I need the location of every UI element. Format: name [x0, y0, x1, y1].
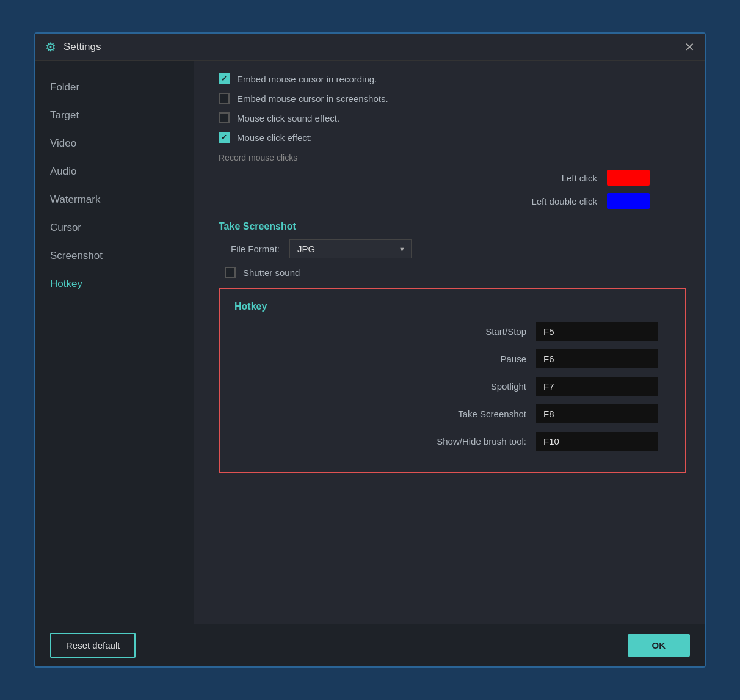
left-click-color[interactable] [607, 170, 650, 186]
hotkey-section: Hotkey Start/Stop Pause Spotlight Take S… [219, 288, 686, 473]
hotkey-pause-row: Pause [234, 349, 670, 368]
screenshot-section-title: Take Screenshot [219, 221, 686, 232]
left-double-click-label: Left double click [518, 196, 597, 206]
sidebar: FolderTargetVideoAudioWatermarkCursorScr… [35, 61, 194, 624]
record-clicks-label: Record mouse clicks [219, 153, 686, 162]
hotkey-screenshot-input[interactable] [536, 404, 658, 423]
close-button[interactable]: ✕ [684, 41, 695, 53]
file-format-select[interactable]: JPG PNG BMP [289, 239, 412, 258]
main-area: FolderTargetVideoAudioWatermarkCursorScr… [35, 61, 705, 624]
hotkey-start-stop-row: Start/Stop [234, 322, 670, 341]
hotkey-section-title: Hotkey [234, 301, 670, 312]
embed-screenshots-label: Embed mouse cursor in screenshots. [237, 93, 388, 104]
embed-recording-checkbox[interactable] [219, 73, 230, 84]
left-click-label: Left click [518, 173, 597, 183]
file-format-label: File Format: [219, 244, 280, 254]
hotkey-brush-input[interactable] [536, 432, 658, 451]
gear-icon: ⚙ [45, 40, 56, 54]
footer: Reset default OK [35, 624, 705, 666]
ok-button[interactable]: OK [628, 634, 691, 657]
shutter-sound-checkbox[interactable] [225, 267, 236, 278]
sidebar-item-cursor[interactable]: Cursor [35, 214, 194, 242]
hotkey-screenshot-label: Take Screenshot [429, 409, 526, 419]
click-sound-label: Mouse click sound effect. [237, 113, 339, 123]
embed-recording-label: Embed mouse cursor in recording. [237, 74, 377, 84]
sidebar-item-folder[interactable]: Folder [35, 73, 194, 101]
sidebar-item-target[interactable]: Target [35, 101, 194, 129]
hotkey-spotlight-row: Spotlight [234, 377, 670, 396]
window-title: Settings [63, 41, 677, 53]
left-double-click-color[interactable] [607, 193, 650, 209]
left-click-row: Left click [219, 170, 686, 186]
sidebar-item-video[interactable]: Video [35, 129, 194, 158]
shutter-sound-row: Shutter sound [225, 267, 686, 278]
click-sound-row: Mouse click sound effect. [219, 112, 686, 123]
sidebar-item-screenshot[interactable]: Screenshot [35, 242, 194, 270]
click-effect-checkbox[interactable] [219, 132, 230, 143]
hotkey-brush-row: Show/Hide brush tool: [234, 432, 670, 451]
sidebar-item-watermark[interactable]: Watermark [35, 186, 194, 214]
left-double-click-row: Left double click [219, 193, 686, 209]
sidebar-item-hotkey[interactable]: Hotkey [35, 270, 194, 298]
title-bar: ⚙ Settings ✕ [35, 34, 705, 61]
embed-screenshots-checkbox[interactable] [219, 93, 230, 104]
sidebar-item-audio[interactable]: Audio [35, 158, 194, 186]
settings-window: ⚙ Settings ✕ FolderTargetVideoAudioWater… [34, 32, 706, 668]
embed-recording-row: Embed mouse cursor in recording. [219, 73, 686, 84]
content-area: Embed mouse cursor in recording. Embed m… [194, 61, 705, 624]
hotkey-pause-label: Pause [429, 354, 526, 364]
click-effect-label: Mouse click effect: [237, 133, 312, 143]
click-sound-checkbox[interactable] [219, 112, 230, 123]
hotkey-spotlight-input[interactable] [536, 377, 658, 396]
hotkey-screenshot-row: Take Screenshot [234, 404, 670, 423]
reset-default-button[interactable]: Reset default [50, 633, 136, 658]
hotkey-start-stop-input[interactable] [536, 322, 658, 341]
hotkey-brush-label: Show/Hide brush tool: [429, 436, 526, 447]
file-format-row: File Format: JPG PNG BMP [219, 239, 686, 258]
file-format-wrapper: JPG PNG BMP [289, 239, 412, 258]
hotkey-start-stop-label: Start/Stop [429, 326, 526, 337]
hotkey-pause-input[interactable] [536, 349, 658, 368]
shutter-sound-label: Shutter sound [243, 268, 300, 278]
hotkey-spotlight-label: Spotlight [429, 381, 526, 392]
embed-screenshots-row: Embed mouse cursor in screenshots. [219, 93, 686, 104]
click-effect-row: Mouse click effect: [219, 132, 686, 143]
